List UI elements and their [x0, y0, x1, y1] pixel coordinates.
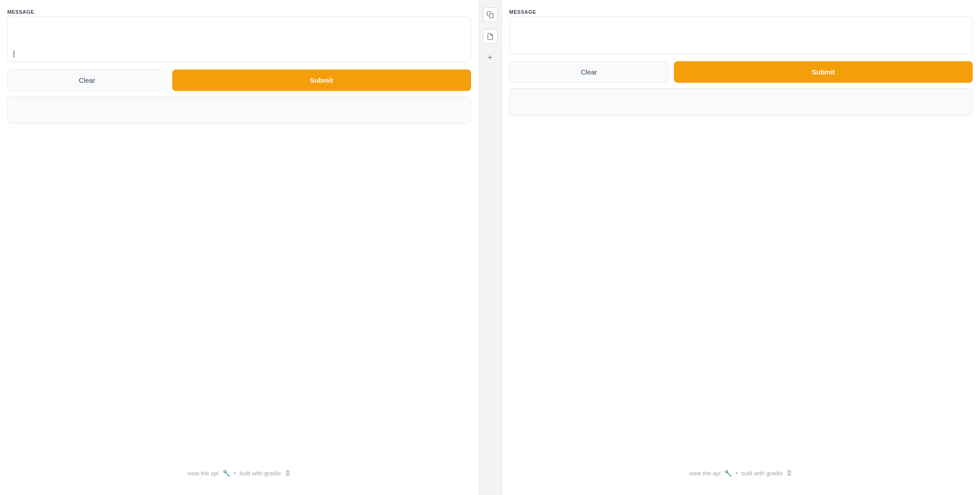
divider-panel: +	[478, 0, 502, 495]
right-gradio-link[interactable]: built with gradio	[742, 470, 783, 477]
right-button-row: Clear Submit	[509, 61, 973, 83]
svg-rect-0	[489, 14, 493, 18]
left-message-input-wrapper[interactable]	[7, 16, 471, 62]
left-footer: view the api 🔧 • built with gradio 🎛	[7, 456, 471, 486]
right-separator: •	[736, 470, 738, 477]
right-footer: view the api 🔧 • built with gradio 🎛	[509, 456, 973, 486]
right-clear-button[interactable]: Clear	[509, 61, 669, 83]
left-api-link[interactable]: view the api	[187, 470, 219, 477]
left-message-input[interactable]	[13, 21, 465, 48]
right-submit-button[interactable]: Submit	[674, 61, 973, 83]
right-gradio-icon: 🎛	[786, 469, 793, 477]
right-gradio-text: built with gradio	[742, 470, 783, 477]
file-icon-button[interactable]	[483, 29, 498, 44]
plus-icon: +	[487, 53, 493, 63]
copy-icon	[487, 11, 494, 18]
plus-button[interactable]: +	[484, 51, 497, 64]
left-message-label: MESSAGE	[7, 9, 471, 15]
left-button-row: Clear Submit	[7, 69, 471, 91]
right-message-input[interactable]	[515, 21, 967, 48]
left-output-area	[7, 96, 471, 124]
right-message-label: MESSAGE	[509, 9, 973, 15]
left-panel: MESSAGE Clear Submit view the api 🔧 • bu…	[0, 0, 478, 495]
left-submit-button[interactable]: Submit	[172, 69, 471, 91]
left-separator: •	[234, 470, 236, 477]
left-clear-button[interactable]: Clear	[7, 69, 167, 91]
left-gradio-link[interactable]: built with gradio	[239, 470, 281, 477]
text-cursor	[14, 50, 14, 58]
right-message-input-wrapper[interactable]	[509, 16, 973, 54]
copy-icon-button[interactable]	[483, 7, 498, 22]
left-wrench-icon: 🔧	[222, 469, 230, 477]
file-icon	[487, 33, 494, 40]
left-gradio-text: built with gradio	[239, 470, 281, 477]
right-api-link-text: view the api	[689, 470, 720, 477]
right-output-area	[509, 88, 973, 116]
left-gradio-icon: 🎛	[285, 469, 291, 477]
right-wrench-icon: 🔧	[724, 469, 732, 477]
left-api-link-text: view the api	[187, 470, 219, 477]
right-panel: MESSAGE Clear Submit view the api 🔧 • bu…	[502, 0, 980, 495]
right-api-link[interactable]: view the api	[689, 470, 720, 477]
